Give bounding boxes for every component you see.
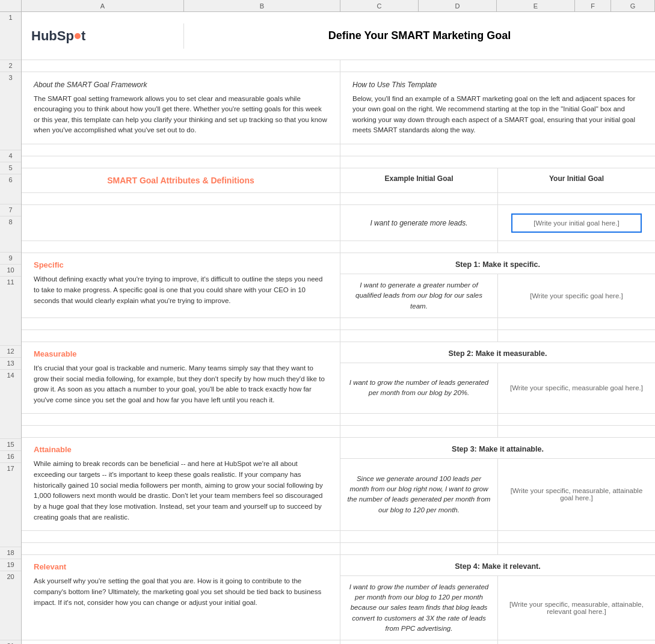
spacer-row-19 xyxy=(22,543,655,555)
row-num-1: 1 xyxy=(0,12,21,60)
title-cell: Define Your SMART Marketing Goal xyxy=(184,25,655,47)
step-1-cols: Step 1: Make it specific. I want to gene… xyxy=(340,253,655,317)
step-2-cols: Step 2: Make it measurable. I want to gr… xyxy=(340,342,655,413)
row-num-19: 19 xyxy=(0,559,21,571)
row-num-14: 14 xyxy=(0,370,21,439)
about-body: The SMART goal setting framework allows … xyxy=(34,94,328,135)
step-4-row: Relevant Ask yourself why you're setting… xyxy=(22,555,655,640)
step-1-content: I want to generate a greater number of q… xyxy=(340,274,655,317)
row-num-5: 5 xyxy=(0,162,21,174)
step-3-row: Attainable While aiming to break records… xyxy=(22,438,655,531)
spacer-row-2 xyxy=(22,60,655,72)
step-3-header: Step 3: Make it attainable. xyxy=(340,438,655,459)
example-initial-goal: I want to generate more leads. xyxy=(340,205,498,241)
your-goal-col-header: Your Initial Goal xyxy=(498,168,655,192)
example-goal-col-header: Example Initial Goal xyxy=(340,168,498,192)
row-num-8: 8 xyxy=(0,216,21,253)
step-4-cols: Step 4: Make it relevant. I want to grow… xyxy=(340,555,655,640)
step-3-content: Since we generate around 100 leads per m… xyxy=(340,459,655,530)
relevant-section: Relevant Ask yourself why you're setting… xyxy=(22,555,340,640)
row-numbers: 1 2 3 4 5 6 7 8 9 10 11 12 13 14 15 16 1… xyxy=(0,12,22,644)
step-1-your[interactable]: [Write your specific goal here.] xyxy=(498,274,655,317)
step-1-example: I want to generate a greater number of q… xyxy=(340,274,498,317)
title-row: Hub Spt Define Your SMART Marketing Goal xyxy=(22,12,655,60)
row-num-13: 13 xyxy=(0,358,21,370)
step-1-header: Step 1: Make it specific. xyxy=(340,253,655,274)
spacer-row-21 xyxy=(22,640,655,644)
attainable-label: Attainable xyxy=(34,445,328,454)
page-title: Define Your SMART Marketing Goal xyxy=(189,29,650,42)
hub-text: Hub xyxy=(31,28,57,44)
about-heading: About the SMART Goal Framework xyxy=(34,81,328,89)
logo-cell: Hub Spt xyxy=(22,23,184,49)
row-num-4: 4 xyxy=(0,150,21,162)
spacer-row-15 xyxy=(22,414,655,426)
your-initial-goal-input[interactable]: [Write your initial goal here.] xyxy=(511,213,642,233)
how-to-section: How to Use This Template Below, you'll f… xyxy=(340,72,655,144)
specific-desc: Without defining exactly what you're try… xyxy=(34,274,328,306)
relevant-label: Relevant xyxy=(34,562,328,571)
attainable-desc: While aiming to break records can be ben… xyxy=(34,459,328,523)
col-header-f[interactable]: F xyxy=(575,0,611,11)
sp-text: Sp xyxy=(57,28,74,44)
col-header-a[interactable]: A xyxy=(22,0,184,11)
spacer-row-4 xyxy=(22,144,655,156)
col-header-g[interactable]: G xyxy=(611,0,655,11)
row-num-11: 11 xyxy=(0,277,21,346)
row-num-7: 7 xyxy=(0,204,21,216)
row-num-3: 3 xyxy=(0,72,21,150)
step-3-example: Since we generate around 100 leads per m… xyxy=(340,459,498,530)
initial-goal-left-spacer xyxy=(22,205,340,241)
initial-goal-cols: I want to generate more leads. [Write yo… xyxy=(340,205,655,241)
spacer-row-5 xyxy=(22,156,655,168)
spacer-row-7 xyxy=(22,193,655,205)
row-num-18: 18 xyxy=(0,547,21,559)
col-header-c[interactable]: C xyxy=(340,0,419,11)
spacer-row-13 xyxy=(22,330,655,342)
smart-attr-header-cell: SMART Goal Attributes & Definitions xyxy=(22,168,340,192)
col-header-e[interactable]: E xyxy=(497,0,575,11)
info-row: About the SMART Goal Framework The SMART… xyxy=(22,72,655,144)
spacer-row-12 xyxy=(22,318,655,330)
attainable-section: Attainable While aiming to break records… xyxy=(22,438,340,530)
step-2-your[interactable]: [Write your specific, measurable goal he… xyxy=(498,363,655,413)
sp-text2: t xyxy=(81,28,85,44)
goal-cols-header: Example Initial Goal Your Initial Goal xyxy=(340,168,655,192)
row-num-15: 15 xyxy=(0,439,21,451)
col-header-d[interactable]: D xyxy=(419,0,497,11)
smart-attr-title: SMART Goal Attributes & Definitions xyxy=(107,176,254,185)
row-num-20: 20 xyxy=(0,571,21,640)
measurable-desc: It's crucial that your goal is trackable… xyxy=(34,363,328,406)
row-num-21: 21 xyxy=(0,640,21,644)
smart-header-row: SMART Goal Attributes & Definitions Exam… xyxy=(22,168,655,193)
row-num-10: 10 xyxy=(0,265,21,277)
corner-cell xyxy=(0,0,22,11)
step-2-example: I want to grow the number of leads gener… xyxy=(340,363,498,413)
relevant-desc: Ask yourself why you're setting the goal… xyxy=(34,576,328,608)
row-num-17: 17 xyxy=(0,463,21,547)
row-num-6: 6 xyxy=(0,174,21,204)
specific-section: Specific Without defining exactly what y… xyxy=(22,253,340,317)
step-3-cols: Step 3: Make it attainable. Since we gen… xyxy=(340,438,655,530)
col-header-b[interactable]: B xyxy=(184,0,340,11)
step-2-header: Step 2: Make it measurable. xyxy=(340,342,655,363)
step-4-example: I want to grow the number of leads gener… xyxy=(340,576,498,640)
step-3-your[interactable]: [Write your specific, measurable, attain… xyxy=(498,459,655,530)
orange-dot-icon xyxy=(75,33,81,39)
how-to-body: Below, you'll find an example of a SMART… xyxy=(352,94,643,135)
main-area: 1 2 3 4 5 6 7 8 9 10 11 12 13 14 15 16 1… xyxy=(0,12,655,644)
measurable-label: Measurable xyxy=(34,349,328,358)
specific-label: Specific xyxy=(34,260,328,269)
spacer-row-9 xyxy=(22,241,655,253)
spacer-row-16 xyxy=(22,426,655,438)
spacer-row-18 xyxy=(22,531,655,543)
row-num-12: 12 xyxy=(0,346,21,358)
step-2-content: I want to grow the number of leads gener… xyxy=(340,363,655,413)
row-num-2: 2 xyxy=(0,60,21,72)
step-4-content: I want to grow the number of leads gener… xyxy=(340,576,655,640)
step-4-your[interactable]: [Write your specific, measurable, attain… xyxy=(498,576,655,640)
hubspot-logo: Hub Spt xyxy=(31,28,85,44)
spot-container: Spt xyxy=(57,28,85,44)
measurable-section: Measurable It's crucial that your goal i… xyxy=(22,342,340,413)
row-num-16: 16 xyxy=(0,451,21,463)
